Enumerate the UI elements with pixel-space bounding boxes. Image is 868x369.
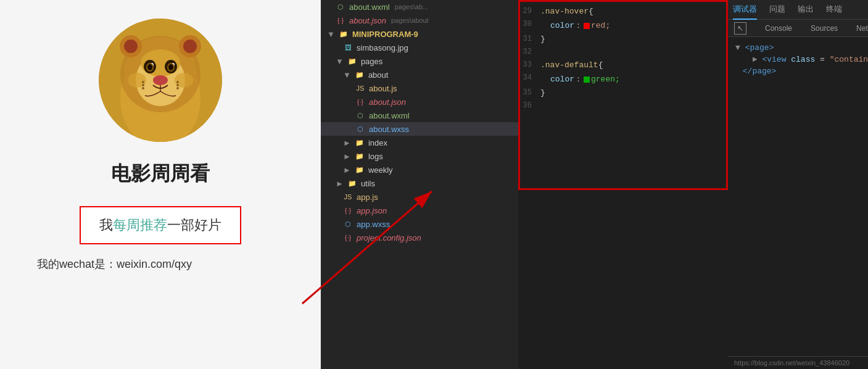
- line-number: 29: [518, 6, 538, 15]
- line-number: 33: [518, 59, 538, 69]
- filename: app.js: [357, 193, 378, 202]
- toolbar-console[interactable]: Console: [765, 24, 792, 33]
- avatar: [99, 19, 222, 142]
- folder-icon: 📁: [355, 151, 365, 161]
- file-item-pages[interactable]: ▼ 📁 pages: [321, 54, 518, 68]
- wxss-icon: ⬡: [343, 219, 353, 229]
- dom-line-view: ► <view class = "container" >...</view>: [735, 54, 868, 65]
- expand-triangle[interactable]: ▼: [735, 43, 740, 52]
- expand-icon[interactable]: ►: [343, 138, 351, 147]
- wxss-icon: ⬡: [355, 124, 365, 134]
- file-item-about-wxml[interactable]: ⬡ about.wxml: [321, 109, 518, 122]
- file-item-about-folder[interactable]: ▼ 📁 about: [321, 68, 518, 81]
- devtools-toolbar: ↖ Console Sources Network Security: [728, 20, 868, 37]
- dom-tag-page: <page>: [745, 43, 774, 52]
- file-item-weekly[interactable]: ► 📁 weekly: [321, 163, 518, 176]
- preview-panel: 电影周周看 我每周推荐一部好片 我的wechat是：weixin.com/qxy: [0, 0, 321, 369]
- code-brace: {: [589, 7, 593, 16]
- svg-point-25: [142, 87, 144, 89]
- filename: app.wxss: [357, 220, 390, 229]
- file-item-app-json[interactable]: {·} app.json: [321, 204, 518, 217]
- tab-terminal[interactable]: 终端: [826, 0, 842, 20]
- code-brace: {: [598, 60, 603, 70]
- file-item-about-wxml-top[interactable]: ⬡ about.wxml pages\ab...: [321, 0, 518, 14]
- code-selector: .nav-hover: [540, 7, 589, 16]
- file-item-simbasong[interactable]: 🖼 simbasong.jpg: [321, 41, 518, 54]
- file-item-app-wxss[interactable]: ⬡ app.wxss: [321, 217, 518, 231]
- svg-point-16: [153, 75, 168, 85]
- expand-icon[interactable]: ►: [336, 179, 344, 188]
- color-swatch-red: [584, 23, 590, 29]
- file-item-about-js[interactable]: JS about.js: [321, 81, 518, 95]
- jpg-icon: 🖼: [343, 43, 353, 52]
- folder-icon: 📁: [347, 56, 357, 66]
- toolbar-sources[interactable]: Sources: [811, 24, 838, 33]
- code-value: green;: [591, 75, 620, 84]
- filename: about.wxml: [369, 111, 410, 120]
- line-content: .nav-default{: [538, 59, 728, 71]
- line-content: [538, 46, 728, 58]
- file-item-miniprogram[interactable]: ▼ 📁 MINIPROGRAM-9: [321, 27, 518, 41]
- filename: app.json: [357, 206, 387, 215]
- line-number: 35: [518, 87, 538, 97]
- dom-attr-value: "container": [830, 55, 868, 64]
- svg-point-19: [124, 39, 138, 53]
- json-icon: {·}: [336, 15, 345, 25]
- dom-tag-view: <view: [762, 55, 791, 64]
- code-editor-panel: 29 .nav-hover{ 30 color：red; 31 }: [518, 0, 728, 369]
- tab-output[interactable]: 输出: [798, 0, 814, 20]
- filename: project.config.json: [357, 233, 421, 243]
- desc-text-start: 我: [99, 217, 113, 233]
- expand-icon[interactable]: ▼: [343, 70, 351, 80]
- file-item-logs[interactable]: ► 📁 logs: [321, 149, 518, 163]
- dom-line-page: ▼ <page>: [735, 42, 868, 54]
- dom-line-page-close: </page>: [735, 65, 868, 77]
- expand-icon[interactable]: ►: [343, 165, 351, 175]
- line-number: 32: [518, 46, 538, 56]
- filename: utils: [361, 179, 375, 188]
- expand-icon[interactable]: ▼: [336, 57, 344, 66]
- filename: about.wxml: [349, 2, 390, 12]
- code-line-32: 32: [518, 46, 728, 59]
- line-content: color：red;: [538, 19, 728, 32]
- path-hint: pages\ab...: [395, 3, 428, 10]
- svg-point-20: [183, 39, 197, 53]
- svg-point-15: [168, 64, 173, 70]
- file-item-index[interactable]: ► 📁 index: [321, 136, 518, 149]
- cursor-icon[interactable]: ↖: [734, 22, 746, 35]
- url-bar: https://blog.csdn.net/weixin_43846020: [728, 356, 868, 369]
- tab-debugger[interactable]: 调试器: [733, 0, 757, 20]
- devtools-panel: 调试器 问题 输出 终端 ↖ Console Sources Network S…: [728, 0, 868, 369]
- file-item-about-json-top[interactable]: {·} about.json pages\about: [321, 14, 518, 27]
- tab-problems[interactable]: 问题: [769, 0, 785, 20]
- desc-text-end: 一部好片: [167, 217, 221, 233]
- file-item-utils[interactable]: ► 📁 utils: [321, 176, 518, 190]
- toolbar-network[interactable]: Network: [856, 24, 868, 33]
- json-icon: {·}: [343, 233, 353, 243]
- dom-tag-page-close: </page>: [743, 67, 777, 76]
- line-content: .nav-hover{: [538, 6, 728, 17]
- simba-avatar-image: [99, 19, 222, 142]
- file-item-project-config[interactable]: {·} project.config.json: [321, 231, 518, 244]
- file-item-about-wxss[interactable]: ⬡ about.wxss: [321, 122, 518, 136]
- code-value: red;: [591, 21, 610, 30]
- file-item-app-js[interactable]: JS app.js: [321, 190, 518, 204]
- wechat-text: 我的wechat是：weixin.com/qxy: [37, 257, 192, 272]
- filename: about.json: [349, 16, 386, 25]
- expand-triangle[interactable]: ►: [753, 55, 758, 64]
- app-container: 电影周周看 我每周推荐一部好片 我的wechat是：weixin.com/qxy…: [0, 0, 868, 369]
- devtools-dom-content: ▼ <page> ► <view class = "container" >..…: [728, 37, 868, 356]
- filename: weekly: [368, 165, 393, 175]
- expand-icon[interactable]: ▼: [327, 30, 335, 39]
- dom-attr-class: class: [791, 55, 815, 64]
- file-item-about-json[interactable]: {·} about.json: [321, 95, 518, 109]
- expand-icon[interactable]: ►: [343, 152, 351, 161]
- filename: simbasong.jpg: [357, 43, 408, 52]
- desc-highlight: 每周推荐: [113, 217, 167, 233]
- app-title: 电影周周看: [111, 160, 210, 188]
- svg-point-26: [176, 81, 179, 83]
- path-hint: pages\about: [391, 17, 429, 24]
- line-number: 30: [518, 19, 538, 28]
- filename: logs: [368, 152, 383, 161]
- filename: about.json: [369, 97, 406, 107]
